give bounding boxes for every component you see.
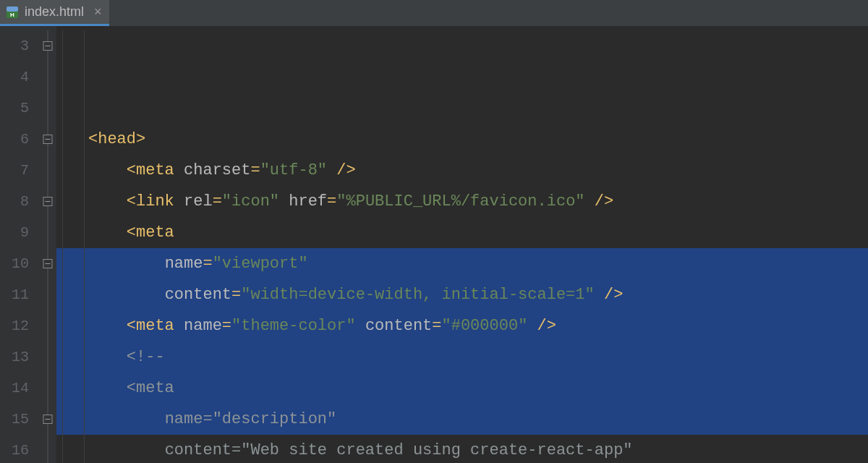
line-number: 4 — [0, 61, 39, 93]
line-number: 3 — [0, 30, 39, 61]
fold-toggle-icon[interactable] — [43, 197, 53, 206]
line-number: 8 — [0, 186, 39, 217]
line-number-gutter: 345678910111213141516 — [0, 26, 39, 463]
line-number: 9 — [0, 217, 39, 248]
code-line[interactable]: <link rel="icon" href="%PUBLIC_URL%/favi… — [85, 186, 868, 217]
line-number: 12 — [0, 310, 39, 341]
fold-toggle-icon[interactable] — [43, 415, 53, 424]
code-line[interactable]: <!-- — [85, 341, 868, 373]
code-line[interactable]: name="viewport" — [85, 248, 868, 279]
code-line[interactable]: <head> — [85, 124, 868, 155]
fold-toggle-icon[interactable] — [43, 259, 53, 268]
code-line[interactable]: name="description" — [85, 404, 868, 435]
fold-toggle-icon[interactable] — [43, 135, 53, 144]
line-number: 6 — [0, 124, 39, 155]
indent-guide-area — [56, 26, 85, 463]
code-line[interactable]: content="width=device-width, initial-sca… — [85, 279, 868, 310]
svg-rect-1 — [7, 7, 18, 12]
line-number: 13 — [0, 341, 39, 373]
svg-text:H: H — [10, 12, 14, 18]
tab-bar: H index.html × — [0, 0, 868, 26]
line-number: 11 — [0, 279, 39, 310]
fold-toggle-icon[interactable] — [43, 41, 53, 51]
code-line[interactable]: <meta — [85, 373, 868, 404]
tab-index-html[interactable]: H index.html × — [0, 0, 109, 26]
code-line[interactable]: <meta — [85, 217, 868, 248]
html-file-icon: H — [6, 6, 19, 19]
line-number: 5 — [0, 93, 39, 124]
line-number: 10 — [0, 248, 39, 279]
line-number: 15 — [0, 404, 39, 435]
line-number: 14 — [0, 373, 39, 404]
code-line[interactable]: <meta name="theme-color" content="#00000… — [85, 310, 868, 341]
close-icon[interactable]: × — [94, 4, 102, 20]
line-number: 7 — [0, 155, 39, 186]
line-number: 16 — [0, 435, 39, 463]
fold-gutter — [39, 26, 56, 463]
code-area[interactable]: <head> <meta charset="utf-8" /> <link re… — [85, 26, 868, 463]
code-editor[interactable]: 345678910111213141516 <head> <meta chars… — [0, 26, 868, 463]
code-line[interactable]: <meta charset="utf-8" /> — [85, 155, 868, 186]
code-line[interactable]: content="Web site created using create-r… — [85, 435, 868, 463]
tab-label: index.html — [25, 4, 84, 20]
